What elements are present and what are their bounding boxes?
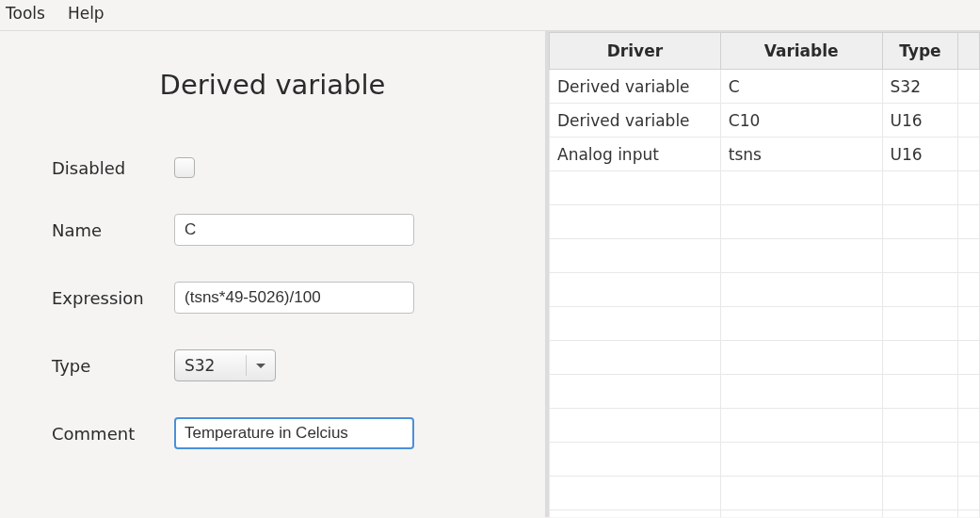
cell-empty: [958, 307, 980, 341]
right-pane: Driver Variable Type Derived variableCS3…: [549, 31, 980, 517]
row-name: Name: [52, 214, 545, 246]
cell-empty: [958, 510, 980, 518]
cell-type: S32: [882, 70, 958, 104]
label-type: Type: [52, 356, 174, 376]
cell-empty: [882, 409, 958, 443]
checkbox-disabled[interactable]: [174, 157, 195, 178]
cell-empty: [550, 205, 721, 239]
cell-empty: [550, 341, 721, 375]
cell-empty: [720, 171, 882, 205]
header-driver[interactable]: Driver: [550, 33, 721, 70]
cell-empty: [720, 341, 882, 375]
variable-table: Driver Variable Type Derived variableCS3…: [549, 32, 980, 517]
left-pane: Derived variable Disabled Name Expressio…: [0, 31, 549, 517]
cell-type: U16: [882, 104, 958, 138]
row-disabled: Disabled: [52, 157, 545, 178]
cell-empty: [720, 273, 882, 307]
cell-empty: [958, 477, 980, 510]
row-expression: Expression: [52, 282, 545, 314]
label-name: Name: [52, 220, 174, 240]
table-row-empty: [550, 307, 980, 341]
cell-empty: [720, 239, 882, 273]
cell-empty: [958, 239, 980, 273]
cell-empty: [550, 239, 721, 273]
table-row-empty: [550, 239, 980, 273]
cell-empty: [550, 443, 721, 477]
input-name[interactable]: [174, 214, 414, 246]
table-row-empty: [550, 443, 980, 477]
cell-driver: Derived variable: [550, 104, 721, 138]
cell-empty: [958, 171, 980, 205]
header-spacer: [958, 33, 980, 70]
cell-empty: [550, 510, 721, 518]
cell-empty: [720, 477, 882, 510]
cell-empty: [958, 409, 980, 443]
cell-empty: [958, 375, 980, 409]
cell-variable: C: [720, 70, 882, 104]
cell-empty: [882, 375, 958, 409]
cell-empty: [882, 443, 958, 477]
cell-empty: [882, 477, 958, 510]
table-row[interactable]: Derived variableC10U16: [550, 104, 980, 138]
input-comment[interactable]: [174, 417, 414, 449]
table-row-empty: [550, 273, 980, 307]
cell-empty: [550, 171, 721, 205]
cell-empty: [550, 307, 721, 341]
label-expression: Expression: [52, 288, 174, 308]
row-type: Type S32: [52, 349, 545, 381]
select-type-value: S32: [185, 356, 236, 375]
cell-empty: [720, 510, 882, 518]
cell-empty: [882, 341, 958, 375]
cell-empty: [958, 443, 980, 477]
menu-help[interactable]: Help: [68, 4, 104, 23]
select-type[interactable]: S32: [174, 349, 276, 381]
label-comment: Comment: [52, 424, 174, 444]
form: Disabled Name Expression Type S32: [0, 157, 545, 449]
input-expression[interactable]: [174, 282, 414, 314]
cell-empty: [882, 205, 958, 239]
cell-spacer: [958, 70, 980, 104]
table-body: Derived variableCS32Derived variableC10U…: [550, 70, 980, 518]
label-disabled: Disabled: [52, 158, 174, 178]
cell-empty: [720, 307, 882, 341]
cell-empty: [550, 477, 721, 510]
table-row-empty: [550, 477, 980, 510]
table-header-row: Driver Variable Type: [550, 33, 980, 70]
cell-empty: [720, 443, 882, 477]
cell-empty: [882, 510, 958, 518]
table-row-empty: [550, 205, 980, 239]
cell-spacer: [958, 138, 980, 171]
menu-tools[interactable]: Tools: [6, 4, 45, 23]
table-row-empty: [550, 341, 980, 375]
content: Derived variable Disabled Name Expressio…: [0, 31, 980, 517]
table-row-empty: [550, 375, 980, 409]
cell-empty: [720, 375, 882, 409]
cell-type: U16: [882, 138, 958, 171]
chevron-down-icon: [256, 364, 265, 368]
cell-variable: tsns: [720, 138, 882, 171]
cell-empty: [958, 341, 980, 375]
header-variable[interactable]: Variable: [720, 33, 882, 70]
cell-empty: [882, 307, 958, 341]
cell-empty: [720, 409, 882, 443]
cell-empty: [550, 375, 721, 409]
table-row-empty: [550, 510, 980, 518]
page-title: Derived variable: [0, 69, 545, 101]
cell-empty: [882, 273, 958, 307]
menubar: Tools Help: [0, 0, 980, 31]
cell-empty: [882, 239, 958, 273]
cell-driver: Analog input: [550, 138, 721, 171]
cell-empty: [550, 409, 721, 443]
header-type[interactable]: Type: [882, 33, 958, 70]
cell-empty: [958, 205, 980, 239]
table-row[interactable]: Analog inputtsnsU16: [550, 138, 980, 171]
cell-empty: [720, 205, 882, 239]
select-divider: [246, 355, 247, 376]
cell-empty: [550, 273, 721, 307]
cell-empty: [958, 273, 980, 307]
row-comment: Comment: [52, 417, 545, 449]
cell-driver: Derived variable: [550, 70, 721, 104]
table-row-empty: [550, 171, 980, 205]
table-row[interactable]: Derived variableCS32: [550, 70, 980, 104]
cell-variable: C10: [720, 104, 882, 138]
